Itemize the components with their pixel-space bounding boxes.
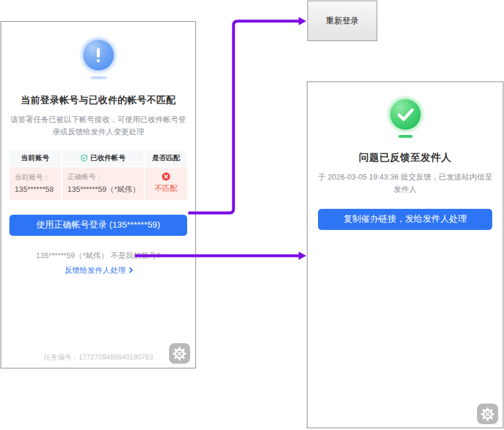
login-correct-account-button[interactable]: 使用正确帐号登录 (135******59): [9, 215, 187, 236]
success-icon: [307, 95, 503, 138]
table-header-current-account: 当前账号: [9, 150, 61, 166]
account-mismatch-screen: 当前登录帐号与已收件的帐号不匹配 该签署任务已被以下帐号接收，可使用已收件帐号登…: [1, 21, 196, 368]
current-account-value: 135******58: [15, 185, 54, 194]
account-compare-table: 当前账号 已收件帐号 是否匹配 当前账号： 135******58 正确账: [9, 150, 187, 200]
alert-icon-halo: [79, 36, 118, 75]
flow-diagram-canvas: 当前登录帐号与已收件的帐号不匹配 该签署任务已被以下帐号接收，可使用已收件帐号登…: [0, 0, 504, 430]
table-header-label: 当前账号: [21, 153, 49, 163]
success-subtitle: 于 2026-03-05 19:43:36 提交反馈，已发送站内信至发件人: [307, 171, 503, 196]
check-icon: [390, 99, 421, 130]
table-header-label: 已收件帐号: [90, 153, 126, 163]
relogin-label: 重新登录: [326, 16, 359, 26]
settings-gear-button[interactable]: [477, 404, 498, 424]
arrowhead-relogin: [299, 17, 306, 25]
mismatch-status-text: 不匹配: [155, 183, 178, 194]
success-icon-halo: [386, 95, 425, 134]
mismatch-x-icon: [162, 172, 170, 181]
alert-circle-icon: [83, 40, 114, 70]
copy-urge-link-button[interactable]: 复制催办链接，发给发件人处理: [318, 209, 492, 230]
success-icon-shadow: [398, 135, 412, 138]
cell-match-status: 不匹配: [145, 167, 187, 200]
cell-current-account: 当前账号： 135******58: [9, 167, 61, 200]
arrow-login-to-relogin: [188, 21, 299, 213]
table-header-match: 是否匹配: [145, 150, 187, 166]
success-circle-icon: [390, 99, 421, 130]
correct-account-value: 135******59（*斌伟）: [67, 184, 140, 195]
alert-icon-shadow: [90, 76, 107, 79]
correct-account-label: 正确账号：: [67, 172, 103, 182]
success-title: 问题已反馈至发件人: [307, 151, 503, 164]
table-header-label: 是否匹配: [152, 153, 180, 163]
relogin-node[interactable]: 重新登录: [307, 1, 377, 41]
table-header-received-account: 已收件帐号: [62, 150, 144, 166]
shield-check-icon: [80, 154, 88, 162]
exclamation-dot: [97, 59, 100, 62]
feedback-success-screen: 问题已反馈至发件人 于 2026-03-05 19:43:36 提交反馈，已发送…: [307, 82, 503, 428]
arrowhead-success: [299, 252, 306, 260]
page-title: 当前登录帐号与已收件的帐号不匹配: [1, 94, 195, 107]
alert-icon: [1, 36, 195, 79]
feedback-link-row: 反馈给发件人处理: [1, 261, 195, 276]
gear-icon: [171, 345, 188, 363]
cell-correct-account: 正确账号： 135******59（*斌伟）: [62, 167, 144, 200]
chevron-right-icon: [127, 268, 133, 273]
not-my-account-text: 135******59（*斌伟） 不是我的帐号?: [1, 250, 195, 261]
gear-icon: [479, 405, 496, 423]
feedback-link-label: 反馈给发件人处理: [65, 265, 126, 276]
task-id-text: 任务编号：1772709469840190763: [1, 353, 195, 363]
current-account-label: 当前账号：: [15, 172, 50, 182]
page-subtitle: 该签署任务已被以下帐号接收，可使用已收件帐号登录或反馈给发件人变更处理: [1, 114, 195, 138]
settings-gear-button[interactable]: [169, 343, 190, 364]
feedback-to-sender-link[interactable]: 反馈给发件人处理: [65, 265, 132, 276]
exclamation-bar: [97, 48, 100, 57]
